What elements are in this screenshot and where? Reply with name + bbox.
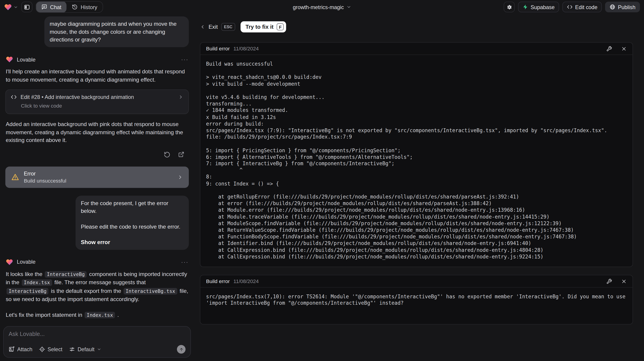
build-error-status-card[interactable]: Error Build unsuccessful <box>5 166 189 188</box>
restore-button[interactable] <box>162 150 172 159</box>
f-key-badge: F <box>277 23 284 30</box>
warning-triangle-icon <box>11 173 20 181</box>
inline-code: InteractiveBg.tsx <box>124 288 177 295</box>
composer-toolbar: Attach Select Default <box>9 345 186 354</box>
message-action-icons <box>5 150 186 159</box>
panel-left-icon <box>24 4 30 10</box>
tab-history-label: History <box>81 4 98 10</box>
wrench-icon[interactable] <box>606 278 612 284</box>
try-to-fix-button[interactable]: Try to fix it F <box>240 21 286 32</box>
user-message: maybe diagramming points and when you mo… <box>44 16 189 47</box>
settings-button[interactable] <box>504 1 515 12</box>
mode-label: Default <box>78 346 94 352</box>
sliders-icon <box>69 346 75 352</box>
external-link-icon <box>178 151 184 157</box>
arrow-up-icon <box>179 347 184 352</box>
user-message-line: Please edit the code to resolve the erro… <box>81 223 184 230</box>
chat-history-tab-group: Chat History <box>36 1 103 12</box>
chat-message-list: maybe diagramming points and when you mo… <box>3 15 191 326</box>
build-error-actions <box>606 278 627 284</box>
image-attach-icon <box>9 346 15 352</box>
tab-chat[interactable]: Chat <box>36 1 66 12</box>
build-error-date: 11/08/2024 <box>234 46 259 51</box>
main-layout: maybe diagramming points and when you mo… <box>0 14 644 361</box>
inline-code: Index.tsx <box>22 279 52 286</box>
text-segment: file. The error message suggests that <box>53 279 146 286</box>
select-element-button[interactable]: Select <box>39 346 62 352</box>
build-error-card-header: Build error 11/08/2024 <box>200 275 632 288</box>
try-to-fix-label: Try to fix it <box>246 24 274 30</box>
supabase-label: Supabase <box>531 4 554 10</box>
toggle-sidebar-button[interactable] <box>22 1 32 12</box>
assistant-summary-text: Added an interactive background with pin… <box>6 120 188 144</box>
chevron-down-icon <box>14 5 18 9</box>
assistant-intro-text: I'll help create an interactive backgrou… <box>6 68 188 84</box>
edit-card-row: Edit #28 • Add interactive background an… <box>11 94 184 100</box>
exit-button[interactable]: Exit ESC <box>200 23 235 31</box>
build-error-card-header: Build error 11/08/2024 <box>200 43 632 55</box>
exit-label: Exit <box>208 24 218 30</box>
close-icon[interactable] <box>621 46 627 51</box>
message-menu-button[interactable]: ··· <box>181 57 188 61</box>
close-icon[interactable] <box>621 278 627 284</box>
lovable-logo-menu[interactable] <box>4 3 18 11</box>
assistant-message-header: Lovable ··· <box>6 258 188 266</box>
status-text: Error Build unsuccessful <box>24 170 66 184</box>
chat-panel: maybe diagramming points and when you mo… <box>0 14 194 361</box>
edit-card-subtitle: Click to view code <box>21 103 184 109</box>
composer: Attach Select Default <box>3 326 191 358</box>
assistant-message-header: Lovable ··· <box>6 56 188 63</box>
status-title: Error <box>24 170 66 177</box>
tab-history[interactable]: History <box>66 1 102 12</box>
build-error-title: Build error <box>206 278 230 284</box>
show-error-link[interactable]: Show error <box>81 238 184 246</box>
wrench-icon[interactable] <box>606 46 612 51</box>
assistant-name: Lovable <box>17 56 36 63</box>
select-label: Select <box>48 346 62 352</box>
code-brackets-icon <box>567 4 572 10</box>
globe-icon <box>610 4 616 10</box>
inline-code: InteractiveBg <box>45 271 87 278</box>
build-error-title: Build error <box>206 46 230 51</box>
chevron-left-icon <box>200 24 205 29</box>
send-button[interactable] <box>177 345 186 354</box>
message-menu-button[interactable]: ··· <box>181 260 188 264</box>
code-brackets-icon <box>11 94 17 100</box>
project-switcher[interactable]: growth-metrics-magic <box>293 4 351 10</box>
chevron-down-icon <box>346 4 352 9</box>
attach-button[interactable]: Attach <box>9 346 32 352</box>
build-error-console: Build was unsuccessful > vite_react_shad… <box>200 55 632 267</box>
lovable-heart-icon <box>6 258 13 266</box>
assistant-name: Lovable <box>17 259 36 265</box>
assistant-fix-text: Let's fix the import statement in Index.… <box>6 311 188 319</box>
publish-button[interactable]: Publish <box>605 1 640 12</box>
chat-input[interactable] <box>9 331 186 342</box>
user-message-text: maybe diagramming points and when you mo… <box>50 20 184 43</box>
build-error-actions <box>606 46 627 51</box>
text-segment: . <box>116 312 119 318</box>
text-segment: Let's fix the import statement in <box>6 312 84 318</box>
restore-icon <box>164 151 170 158</box>
text-segment: is the default export from the <box>50 288 123 294</box>
inline-code: InteractiveBg <box>6 288 48 295</box>
publish-label: Publish <box>618 4 636 10</box>
supabase-bolt-icon <box>522 4 528 10</box>
mode-dropdown[interactable]: Default <box>69 346 102 352</box>
open-preview-button[interactable] <box>176 150 186 159</box>
edit-card-28[interactable]: Edit #28 • Add interactive background an… <box>5 89 189 114</box>
edit-code-button[interactable]: Edit code <box>562 1 602 12</box>
user-message-line: For the code present, I get the error be… <box>81 199 184 215</box>
history-icon <box>72 4 78 10</box>
topbar-left: Chat History <box>4 1 103 12</box>
topbar-right: Supabase Edit code Publish <box>504 1 640 12</box>
gear-icon <box>506 4 512 10</box>
project-name: growth-metrics-magic <box>293 4 344 10</box>
inline-code: Index.tsx <box>84 312 115 318</box>
error-detail-panel: Exit ESC Try to fix it F Build error 11/… <box>194 14 644 361</box>
user-message: For the code present, I get the error be… <box>76 196 189 250</box>
status-subtitle: Build unsuccessful <box>24 178 66 183</box>
assistant-analysis-text: It looks like the InteractiveBg componen… <box>6 270 188 303</box>
supabase-button[interactable]: Supabase <box>518 1 559 12</box>
build-error-card-1: Build error 11/08/2024 Build was unsucce… <box>200 42 633 267</box>
topbar: Chat History growth-metrics-magic <box>0 0 644 14</box>
